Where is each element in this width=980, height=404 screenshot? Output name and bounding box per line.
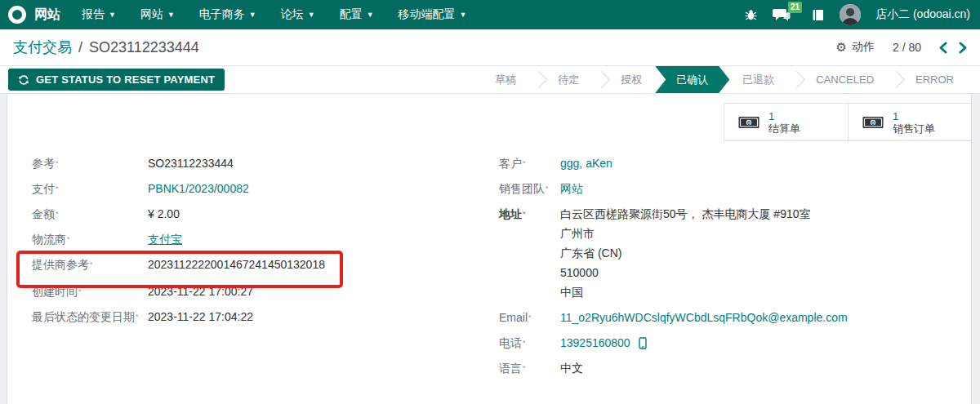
odoo-logo-icon[interactable] (8, 6, 26, 24)
reset-button-label: GET STATUS TO RESET PAYMENT (36, 73, 215, 86)
address-line: 中国 (560, 285, 811, 300)
message-count-badge: 21 (788, 2, 802, 13)
control-panel-right: ⚙ 动作 2 / 80 (836, 40, 967, 55)
gear-icon: ⚙ (836, 40, 847, 55)
settlement-label: 结算单 (768, 122, 800, 135)
required-marker: * (528, 313, 532, 322)
menu-mobile-settings[interactable]: 移动端配置▼ (399, 7, 467, 22)
settlement-stat-button[interactable]: 0 1 结算单 (724, 104, 848, 140)
field-last-state-change: 最后状态的变更日期* 2023-11-22 17:04:22 (32, 309, 499, 324)
phone-link[interactable]: 13925160800 (560, 335, 630, 350)
provider-alipay-link[interactable]: 支付宝 (148, 232, 182, 246)
banknote-icon: 0 (862, 115, 884, 130)
address-line: 510000 (560, 265, 811, 280)
breadcrumb-current: SO23112233444 (89, 39, 199, 56)
app-name[interactable]: 网站 (34, 7, 60, 24)
field-reference: 参考* SO23112233444 (32, 156, 499, 171)
messages-icon[interactable]: 21 (773, 7, 791, 22)
action-menu-label: 动作 (852, 40, 875, 55)
required-marker: * (523, 210, 526, 218)
stat-button-box: 0 1 结算单 0 1 销售订单 (724, 103, 971, 141)
menu-forum[interactable]: 论坛▼ (281, 7, 315, 22)
required-marker: * (67, 235, 70, 243)
menu-website[interactable]: 网站▼ (140, 7, 175, 22)
field-payment: 支付* PBNK1/2023/00082 (32, 181, 499, 196)
last-state-change-value: 2023-11-22 17:04:22 (148, 309, 253, 324)
user-avatar[interactable] (840, 4, 861, 25)
field-sales-team: 销售团队* 网站 (499, 181, 971, 196)
step-separator (890, 71, 899, 89)
sales-order-stat-button[interactable]: 0 1 销售订单 (848, 104, 971, 140)
address-line: 白云区西槎路聚源街50号， 杰丰电商大厦 #910室 (560, 206, 811, 221)
required-marker: * (546, 184, 549, 193)
menu-ecommerce[interactable]: 电子商务▼ (199, 7, 256, 22)
sheet-background: 0 1 结算单 0 1 销售订单 参考* SO23112233444 (0, 94, 980, 404)
get-status-reset-button[interactable]: GET STATUS TO RESET PAYMENT (8, 69, 225, 91)
step-separator (791, 71, 800, 89)
address-value: 白云区西槎路聚源街50号， 杰丰电商大厦 #910室 广州市 广东省 (CN) … (560, 206, 811, 304)
chevron-down-icon: ▼ (167, 11, 175, 19)
step-authorized[interactable]: 授权 (604, 66, 658, 93)
menu-reports[interactable]: 报告▼ (82, 7, 116, 22)
step-separator (595, 71, 604, 89)
required-marker: * (78, 287, 82, 295)
settlement-count: 1 (768, 110, 800, 122)
user-name[interactable]: 店小二 (odooai.cn) (875, 7, 970, 22)
chevron-down-icon: ▼ (460, 11, 467, 19)
field-phone: 电话* 13925160800 (499, 335, 971, 350)
chevron-down-icon: ▼ (249, 11, 256, 19)
field-customer: 客户* ggg, aKen (499, 156, 971, 171)
reference-value: SO23112233444 (148, 156, 234, 171)
pager-next-icon[interactable] (959, 42, 967, 54)
field-created-on: 创建时间* 2023-11-22 17:00:27 (32, 284, 499, 299)
step-refunded[interactable]: 已退款 (726, 66, 791, 93)
pager-arrows (939, 42, 967, 54)
svg-text:0: 0 (747, 119, 751, 125)
action-menu-button[interactable]: ⚙ 动作 (836, 40, 875, 55)
required-marker: * (523, 364, 526, 372)
control-panel: 支付交易 / SO23112233444 ⚙ 动作 2 / 80 (0, 29, 980, 66)
field-email: Email* 11_o2Ryu6hWDCslqfyWCbdLsqFRbQok@e… (499, 310, 971, 325)
step-confirmed-active[interactable]: 已确认 (655, 66, 729, 93)
customer-link[interactable]: ggg, aKen (560, 156, 612, 171)
field-provider-reference: 提供商参考* 2023112222001467241450132018 (32, 257, 499, 272)
breadcrumb-separator: / (78, 39, 82, 56)
required-marker: * (523, 159, 526, 167)
provider-reference-value: 2023112222001467241450132018 (148, 257, 325, 272)
main-menu: 报告▼ 网站▼ 电子商务▼ 论坛▼ 配置▼ 移动端配置▼ (82, 7, 467, 22)
step-draft[interactable]: 草稿 (479, 66, 532, 93)
chevron-down-icon: ▼ (109, 11, 116, 19)
breadcrumb-parent-link[interactable]: 支付交易 (13, 38, 72, 57)
book-icon[interactable] (812, 8, 825, 22)
required-marker: * (56, 159, 59, 167)
sales-team-link[interactable]: 网站 (560, 181, 583, 196)
sales-order-count: 1 (893, 110, 935, 122)
banknote-icon: 0 (737, 115, 760, 130)
pager-previous-icon[interactable] (939, 42, 947, 54)
form-left-column: 参考* SO23112233444 支付* PBNK1/2023/00082 金… (32, 156, 499, 386)
mobile-sms-icon[interactable] (639, 337, 647, 349)
debug-bug-icon[interactable] (744, 8, 758, 22)
chevron-down-icon: ▼ (367, 11, 374, 19)
field-amount: 金额* ¥ 2.00 (32, 206, 499, 221)
email-link[interactable]: 11_o2Ryu6hWDCslqfyWCbdLsqFRbQok@example.… (560, 310, 848, 325)
top-navbar: 网站 报告▼ 网站▼ 电子商务▼ 论坛▼ 配置▼ 移动端配置▼ 21 店小二 (… (0, 0, 980, 29)
payment-link[interactable]: PBNK1/2023/00082 (148, 181, 249, 196)
menu-settings[interactable]: 配置▼ (340, 7, 374, 22)
step-separator (532, 71, 541, 89)
form-sheet: 0 1 结算单 0 1 销售订单 参考* SO23112233444 (7, 94, 972, 404)
required-marker: * (90, 260, 93, 269)
address-line: 广州市 (560, 226, 811, 241)
navbar-right: 21 店小二 (odooai.cn) (744, 4, 970, 25)
svg-text:0: 0 (871, 119, 875, 125)
step-error[interactable]: ERROR (899, 66, 970, 93)
created-on-value: 2023-11-22 17:00:27 (148, 284, 253, 299)
statusbar-row: GET STATUS TO RESET PAYMENT 草稿 待定 授权 已确认… (0, 66, 980, 94)
chevron-down-icon: ▼ (308, 11, 315, 19)
required-marker: * (56, 210, 59, 218)
refresh-icon (18, 74, 29, 86)
step-canceled[interactable]: CANCELED (800, 66, 890, 93)
step-pending[interactable]: 待定 (541, 66, 595, 93)
field-provider: 物流商* 支付宝 (32, 232, 499, 246)
record-pager: 2 / 80 (893, 41, 921, 54)
